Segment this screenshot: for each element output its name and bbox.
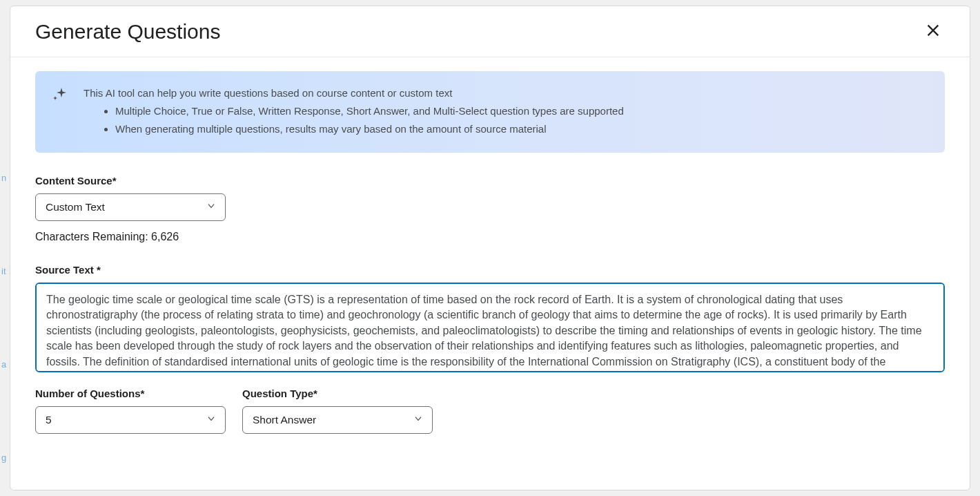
- info-bullet-list: Multiple Choice, True or False, Written …: [84, 103, 624, 137]
- info-text: This AI tool can help you write question…: [84, 85, 624, 137]
- num-questions-value: 5: [46, 414, 52, 426]
- num-questions-label: Number of Questions*: [35, 388, 226, 399]
- background-hint-text: n it a g e: [1, 173, 6, 496]
- info-bullet: Multiple Choice, True or False, Written …: [115, 103, 624, 120]
- generate-questions-modal: Generate Questions This AI tool can help…: [10, 6, 970, 490]
- info-banner: This AI tool can help you write question…: [35, 71, 945, 153]
- info-lead: This AI tool can help you write question…: [84, 85, 624, 102]
- sparkle-icon: [52, 86, 68, 137]
- question-type-value: Short Answer: [253, 414, 316, 426]
- info-bullet: When generating multiple questions, resu…: [115, 121, 624, 137]
- modal-header: Generate Questions: [10, 6, 970, 57]
- question-type-label: Question Type*: [242, 388, 433, 399]
- content-source-select[interactable]: Custom Text: [35, 193, 226, 221]
- question-type-select[interactable]: Short Answer: [242, 406, 433, 434]
- close-button[interactable]: [921, 19, 945, 44]
- num-questions-select[interactable]: 5: [35, 406, 226, 434]
- modal-title: Generate Questions: [35, 20, 221, 44]
- question-type-field: Question Type* Short Answer: [242, 388, 433, 434]
- content-source-value: Custom Text: [46, 201, 105, 213]
- content-source-field: Content Source* Custom Text Characters R…: [35, 175, 945, 243]
- source-text-label: Source Text *: [35, 264, 945, 276]
- characters-remaining: Characters Remaining: 6,626: [35, 231, 945, 243]
- source-text-input[interactable]: [35, 283, 945, 372]
- content-source-label: Content Source*: [35, 175, 945, 187]
- modal-body: This AI tool can help you write question…: [10, 57, 970, 490]
- question-type-select-wrapper: Short Answer: [242, 406, 433, 434]
- num-questions-select-wrapper: 5: [35, 406, 226, 434]
- bottom-controls-row: Number of Questions* 5 Question Type* Sh…: [35, 388, 945, 434]
- num-questions-field: Number of Questions* 5: [35, 388, 226, 434]
- close-icon: [925, 23, 941, 40]
- content-source-select-wrapper: Custom Text: [35, 193, 226, 221]
- source-text-field: Source Text *: [35, 264, 945, 375]
